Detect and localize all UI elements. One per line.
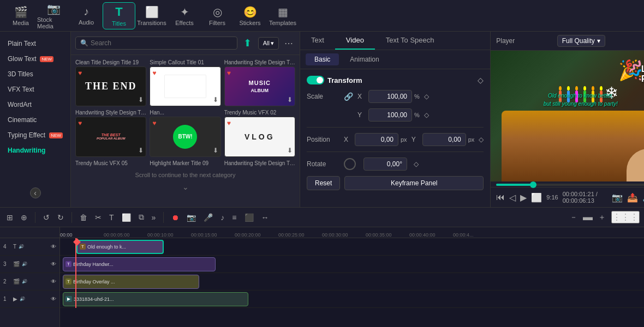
clip-video-2[interactable]: T Birthday Overlay ... <box>63 275 199 289</box>
sidebar-item-plain-text[interactable]: Plain Text <box>0 36 70 51</box>
clip-video-3[interactable]: T Birthday Handwr... <box>63 257 216 271</box>
position-keyframe[interactable]: ◇ <box>479 136 484 143</box>
progress-track[interactable] <box>496 184 644 186</box>
clip-text-1[interactable]: T Old enough to k... <box>76 240 164 254</box>
props-panel: Transform ◇ Scale 🔗 X % ◇ 🔗 Y <box>300 69 490 207</box>
zoom-out-btn[interactable]: － <box>568 211 580 223</box>
toolbar-transitions[interactable]: ⬜ Transitions <box>135 2 168 29</box>
transform-keyframe-icon[interactable]: ◇ <box>478 76 484 84</box>
template-card-music[interactable]: ♥ MUSIC ALBUM ⬇ <box>224 66 295 106</box>
sidebar-item-cinematic[interactable]: Cinematic <box>0 112 70 128</box>
scale-x-input[interactable] <box>368 90 412 103</box>
playhead <box>75 238 76 308</box>
snapshot-btn[interactable]: 📷 <box>612 192 623 203</box>
right-panel: Text Video Text To Speech Basic Animatio… <box>300 32 490 207</box>
text-btn[interactable]: T <box>107 212 116 223</box>
subtitles-btn[interactable]: ≡ <box>230 212 238 223</box>
sidebar-item-typing-effect[interactable]: Typing Effect NEW <box>0 128 70 143</box>
timeline-magnet-btn[interactable]: ⊕ <box>19 212 29 223</box>
toolbar-effects[interactable]: ✦ Effects <box>168 2 201 29</box>
more-tools-btn[interactable]: » <box>150 212 158 223</box>
mic-btn[interactable]: 🎤 <box>201 212 215 223</box>
toolbar-stock-media[interactable]: 📷 Stock Media <box>37 2 70 29</box>
rotate-dial[interactable] <box>344 158 356 170</box>
effects-icon: ✦ <box>180 5 189 19</box>
redo-btn[interactable]: ↻ <box>55 212 66 223</box>
template-card-callout[interactable]: ♥ ⬇ <box>150 66 220 106</box>
scale-row: Scale 🔗 X % ◇ <box>307 90 484 103</box>
filter-dropdown[interactable]: All ▾ <box>258 37 279 50</box>
record-btn[interactable]: ⏺ <box>169 212 181 223</box>
position-x-input[interactable] <box>355 133 398 146</box>
pip-btn[interactable]: ⬛ <box>242 212 256 223</box>
audio-icon: ♪ <box>84 5 89 18</box>
track-4-eye[interactable]: 👁 <box>51 244 56 250</box>
undo-btn[interactable]: ↺ <box>41 212 52 223</box>
template-card-btw[interactable]: ♥ BTW! ⬇ <box>150 117 220 156</box>
sidebar-item-glow-text[interactable]: Glow Text NEW <box>0 51 70 66</box>
template-card-vlog[interactable]: ♥ VLOG ⬇ <box>224 117 295 156</box>
tab-video[interactable]: Video <box>335 32 375 50</box>
toolbar-titles[interactable]: T Titles <box>103 2 135 29</box>
sidebar-item-handwriting[interactable]: Handwriting <box>0 143 70 158</box>
template-labels-row-3: Trendy Music VFX 05 Highlight Marker Tit… <box>75 160 295 166</box>
sidebar-item-vfx-text[interactable]: VFX Text <box>0 82 70 97</box>
zoom-in-btn[interactable]: ＋ <box>596 211 608 223</box>
scale-x-keyframe[interactable]: ◇ <box>424 93 429 100</box>
toolbar-filters[interactable]: ◎ Filters <box>201 2 234 29</box>
ruler-mark-25: 00:00:25:00 <box>278 232 305 238</box>
play-btn[interactable]: ▶ <box>520 192 527 203</box>
scale-y-keyframe[interactable]: ◇ <box>424 111 429 119</box>
camera-btn[interactable]: 📷 <box>184 212 198 223</box>
keyframe-panel-button[interactable]: Keyframe Panel <box>344 176 484 190</box>
cut-btn[interactable]: ✂ <box>93 212 104 223</box>
scale-link-icon[interactable]: 🔗 <box>344 92 353 101</box>
toolbar-templates[interactable]: ▦ Templates <box>266 2 299 29</box>
rotate-input[interactable] <box>363 158 407 171</box>
transition-auto-btn[interactable]: ↔ <box>259 212 271 223</box>
delete-btn[interactable]: 🗑 <box>77 212 90 223</box>
track-3-eye[interactable]: 👁 <box>51 261 56 267</box>
toolbar-stickers[interactable]: 😊 Stickers <box>234 2 266 29</box>
crop-btn[interactable]: ⬜ <box>120 212 133 223</box>
copy-btn[interactable]: ⧉ <box>136 211 146 223</box>
rotate-keyframe[interactable]: ◇ <box>414 160 419 168</box>
search-box[interactable]: 🔍 <box>75 37 237 50</box>
stop-btn[interactable]: ⬜ <box>531 192 542 203</box>
template-card-best[interactable]: ♥ THE BEST POPULAR ALBUM ⬇ <box>75 117 146 156</box>
quality-select[interactable]: Full Quality ▾ <box>557 35 605 47</box>
timeline-grid-btn[interactable]: ⊞ <box>4 212 15 223</box>
clip-video-1[interactable]: ▶ 3331834-uhd-21... <box>63 292 248 306</box>
sidebar-item-wordart[interactable]: WordArt <box>0 97 70 112</box>
frame-back-btn[interactable]: ◁ <box>509 192 516 203</box>
timeline-settings-btn[interactable]: ⋮⋮⋮ <box>611 211 640 223</box>
track-1-eye[interactable]: 👁 <box>51 296 56 302</box>
template-label-1: Clean Title Design Title 19 <box>75 59 146 65</box>
audio-track-btn[interactable]: ♪ <box>218 212 226 223</box>
track-2-eye[interactable]: 👁 <box>51 278 56 284</box>
tab-text-to-speech[interactable]: Text To Speech <box>375 32 445 50</box>
track-3-btns: 👁 <box>51 261 56 267</box>
favorite-icon-1: ♥ <box>78 69 82 77</box>
template-card-end[interactable]: ♥ THE END ⬇ <box>75 66 146 106</box>
progress-thumb[interactable] <box>530 181 536 188</box>
sub-tab-animation[interactable]: Animation <box>341 53 387 65</box>
toolbar-audio[interactable]: ♪ Audio <box>70 2 103 29</box>
ruler-mark-45: 00:00:4... <box>453 232 474 238</box>
player-viewport: 🎉 Let'sParty! ❄ Old enough to know bette… <box>491 51 644 181</box>
transform-toggle[interactable] <box>307 76 324 84</box>
position-y-input[interactable] <box>422 133 466 146</box>
collapse-sidebar-btn[interactable]: ‹ <box>30 187 41 198</box>
export-frame-btn[interactable]: 📤 <box>627 192 638 203</box>
toolbar-media[interactable]: 🎬 Media <box>4 2 37 29</box>
timeline-ruler: 00:00 00:00:05:00 00:00:10:00 00:00:15:0… <box>60 227 644 238</box>
sub-tab-basic[interactable]: Basic <box>306 53 339 65</box>
reset-button[interactable]: Reset <box>307 176 340 190</box>
search-input[interactable] <box>91 39 232 47</box>
ruler-mark-10: 00:00:10:00 <box>147 232 174 238</box>
tab-text[interactable]: Text <box>300 32 335 50</box>
scale-y-input[interactable] <box>368 108 412 122</box>
skip-back-btn[interactable]: ⏮ <box>496 192 505 202</box>
sidebar-item-3d-titles[interactable]: 3D Titles <box>0 66 70 82</box>
more-options-btn[interactable]: ⋯ <box>282 37 295 50</box>
